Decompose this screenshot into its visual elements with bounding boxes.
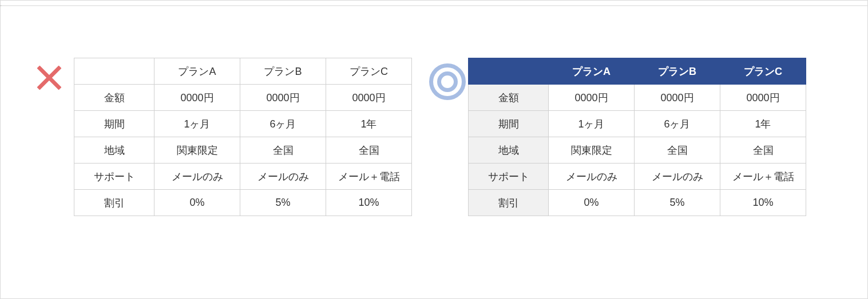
table-cell: 10% [720, 190, 806, 216]
table-cell: 0000円 [240, 85, 326, 111]
table-cell: 1年 [720, 111, 806, 137]
blank-header-cell [74, 58, 154, 85]
plan-b-header: プランB [240, 58, 326, 85]
table-cell: 1年 [326, 111, 412, 137]
row-label-support: サポート [469, 164, 549, 190]
table-cell: 全国 [240, 137, 326, 164]
table-cell: 1ヶ月 [549, 111, 635, 137]
row-label-price: 金額 [74, 85, 154, 111]
plan-a-header: プランA [549, 58, 635, 85]
row-label-price: 金額 [469, 85, 549, 111]
table-cell: 全国 [720, 137, 806, 164]
table-cell: メールのみ [635, 164, 720, 190]
row-label-area: 地域 [469, 137, 549, 164]
table-cell: メール＋電話 [720, 164, 806, 190]
table-cell: 関東限定 [154, 137, 240, 164]
table-cell: 関東限定 [549, 137, 635, 164]
table-cell: 10% [326, 190, 412, 216]
table-cell: 全国 [635, 137, 720, 164]
table-cell: 0% [154, 190, 240, 216]
bad-example-block: プランA プランB プランC 金額 0000円 0000円 0000円 期間 1… [35, 58, 412, 216]
plan-c-header: プランC [326, 58, 412, 85]
table-cell: 6ヶ月 [635, 111, 720, 137]
cross-icon [35, 63, 64, 92]
table-cell: 全国 [326, 137, 412, 164]
page-frame: プランA プランB プランC 金額 0000円 0000円 0000円 期間 1… [0, 0, 868, 299]
table-row: 金額 0000円 0000円 0000円 [469, 85, 806, 111]
row-label-support: サポート [74, 164, 154, 190]
row-label-period: 期間 [74, 111, 154, 137]
double-circle-icon [429, 63, 458, 92]
table-row: 地域 関東限定 全国 全国 [74, 137, 412, 164]
row-label-discount: 割引 [469, 190, 549, 216]
table-cell: 0000円 [154, 85, 240, 111]
table-row: プランA プランB プランC [469, 58, 806, 85]
bad-table: プランA プランB プランC 金額 0000円 0000円 0000円 期間 1… [74, 58, 412, 216]
table-cell: 1ヶ月 [154, 111, 240, 137]
table-cell: 5% [635, 190, 720, 216]
table-cell: 0000円 [326, 85, 412, 111]
table-cell: メール＋電話 [326, 164, 412, 190]
row-label-area: 地域 [74, 137, 154, 164]
good-table: プランA プランB プランC 金額 0000円 0000円 0000円 期間 1… [468, 58, 806, 216]
table-row: 割引 0% 5% 10% [74, 190, 412, 216]
table-cell: 5% [240, 190, 326, 216]
table-row: サポート メールのみ メールのみ メール＋電話 [469, 164, 806, 190]
row-label-discount: 割引 [74, 190, 154, 216]
table-cell: メールのみ [240, 164, 326, 190]
table-cell: 6ヶ月 [240, 111, 326, 137]
table-row: 割引 0% 5% 10% [469, 190, 806, 216]
table-cell: メールのみ [154, 164, 240, 190]
table-row: プランA プランB プランC [74, 58, 412, 85]
blank-header-cell [469, 58, 549, 85]
table-cell: 0000円 [635, 85, 720, 111]
table-cell: メールのみ [549, 164, 635, 190]
table-row: 期間 1ヶ月 6ヶ月 1年 [74, 111, 412, 137]
content-row: プランA プランB プランC 金額 0000円 0000円 0000円 期間 1… [1, 6, 867, 250]
table-cell: 0000円 [720, 85, 806, 111]
table-cell: 0000円 [549, 85, 635, 111]
table-row: 金額 0000円 0000円 0000円 [74, 85, 412, 111]
plan-c-header: プランC [720, 58, 806, 85]
table-row: 地域 関東限定 全国 全国 [469, 137, 806, 164]
table-row: 期間 1ヶ月 6ヶ月 1年 [469, 111, 806, 137]
good-example-block: プランA プランB プランC 金額 0000円 0000円 0000円 期間 1… [429, 58, 806, 216]
table-row: サポート メールのみ メールのみ メール＋電話 [74, 164, 412, 190]
plan-b-header: プランB [635, 58, 720, 85]
plan-a-header: プランA [154, 58, 240, 85]
table-cell: 0% [549, 190, 635, 216]
row-label-period: 期間 [469, 111, 549, 137]
